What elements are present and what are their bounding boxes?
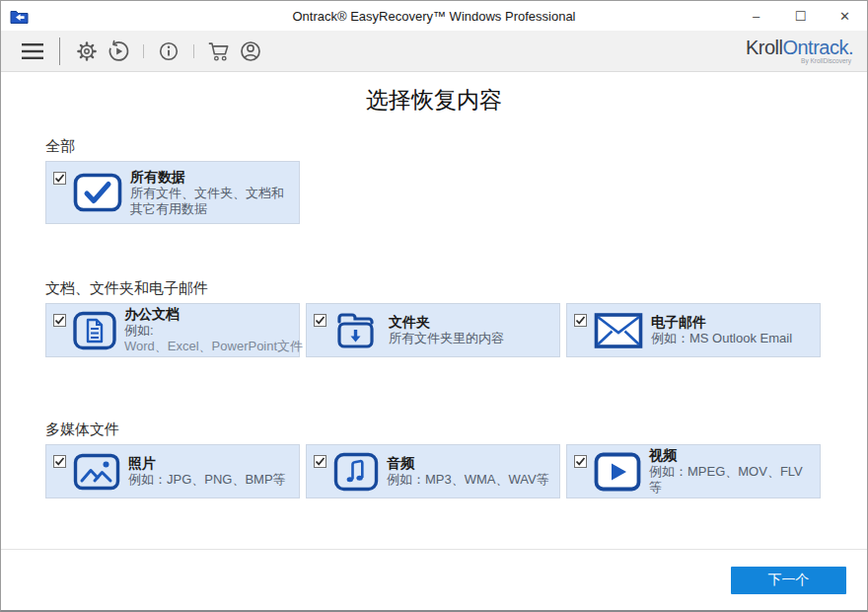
checkbox-checked-icon[interactable]	[53, 172, 66, 185]
toolbar: KrollOntrack. By KrollDiscovery	[1, 31, 867, 72]
card-description: 所有文件、文件夹、文档和其它有用数据	[130, 186, 292, 217]
checkbox-checked-icon[interactable]	[53, 314, 66, 327]
checkbox-checked-icon[interactable]	[574, 314, 587, 327]
card-email[interactable]: 电子邮件 例如：MS Outlook Email	[566, 303, 821, 357]
video-icon	[594, 452, 641, 492]
folder-icon	[333, 310, 381, 351]
card-description: 例如:	[124, 323, 292, 339]
app-window: Ontrack® EasyRecovery™ Windows Professio…	[0, 0, 868, 612]
logo-ontrack-text: Ontrack.	[782, 37, 853, 58]
menu-icon[interactable]	[20, 38, 45, 65]
toolbar-separator	[193, 44, 194, 58]
footer: 下一个	[1, 549, 867, 610]
toolbar-separator	[59, 38, 60, 65]
card-title: 文件夹	[389, 314, 504, 331]
titlebar: Ontrack® EasyRecovery™ Windows Professio…	[1, 1, 867, 31]
card-folders[interactable]: 文件夹 所有文件夹里的内容	[306, 303, 560, 357]
card-description: 例如：JPG、PNG、BMP等	[128, 472, 286, 488]
card-title: 照片	[128, 455, 286, 472]
close-button[interactable]: ✕	[823, 1, 867, 31]
card-audio[interactable]: 音频 例如：MP3、WMA、WAV等	[306, 444, 560, 498]
logo-byline: By KrollDiscovery	[746, 58, 851, 65]
checkbox-checked-icon[interactable]	[314, 314, 326, 327]
toolbar-separator	[143, 44, 144, 58]
card-title: 视频	[649, 447, 813, 464]
maximize-button[interactable]: ☐	[778, 1, 823, 31]
account-icon[interactable]	[238, 38, 263, 65]
section-label-multimedia: 多媒体文件	[45, 421, 823, 439]
next-button[interactable]: 下一个	[731, 567, 846, 594]
checkbox-checked-icon[interactable]	[314, 455, 326, 468]
history-icon[interactable]	[106, 38, 131, 65]
card-office-documents[interactable]: 办公文档 例如: Word、Excel、PowerPoint文件	[45, 303, 300, 357]
info-icon[interactable]	[156, 38, 181, 65]
cart-icon[interactable]	[206, 38, 232, 65]
email-icon	[594, 312, 643, 349]
section-label-documents: 文档、文件夹和电子邮件	[45, 279, 823, 298]
card-description: 所有文件夹里的内容	[389, 331, 504, 346]
page-title: 选择恢复内容	[45, 84, 823, 115]
card-description: 例如：MP3、WMA、WAV等	[387, 472, 549, 488]
office-document-icon	[73, 311, 116, 350]
cards-row-documents: 办公文档 例如: Word、Excel、PowerPoint文件	[45, 303, 823, 357]
audio-icon	[333, 452, 379, 492]
photo-icon	[73, 453, 120, 491]
card-title: 所有数据	[130, 169, 292, 186]
card-title: 电子邮件	[651, 314, 792, 331]
card-video[interactable]: 视频 例如：MPEG、MOV、FLV等	[566, 444, 821, 498]
card-photos[interactable]: 照片 例如：JPG、PNG、BMP等	[45, 444, 300, 498]
card-all-data[interactable]: 所有数据 所有文件、文件夹、文档和其它有用数据	[45, 161, 300, 224]
cards-row-all: 所有数据 所有文件、文件夹、文档和其它有用数据	[45, 161, 823, 224]
checkbox-checked-icon[interactable]	[53, 455, 66, 468]
card-title: 办公文档	[124, 306, 292, 323]
all-data-icon	[73, 173, 122, 212]
card-description: 例如：MPEG、MOV、FLV等	[649, 464, 813, 496]
settings-gear-icon[interactable]	[74, 38, 100, 65]
card-description: 例如：MS Outlook Email	[651, 331, 792, 346]
checkbox-checked-icon[interactable]	[574, 455, 587, 468]
card-title: 音频	[387, 455, 549, 472]
cards-row-multimedia: 照片 例如：JPG、PNG、BMP等 音频	[45, 444, 823, 498]
section-label-all: 全部	[45, 137, 823, 156]
main-content: 选择恢复内容 全部 所有数据 所有文件、文件夹、文档和其它有用数据	[1, 84, 867, 498]
minimize-button[interactable]: –	[734, 1, 778, 31]
card-description-examples: Word、Excel、PowerPoint文件	[124, 339, 292, 354]
kroll-ontrack-logo: KrollOntrack. By KrollDiscovery	[746, 38, 853, 65]
logo-kroll-text: Kroll	[746, 37, 783, 58]
